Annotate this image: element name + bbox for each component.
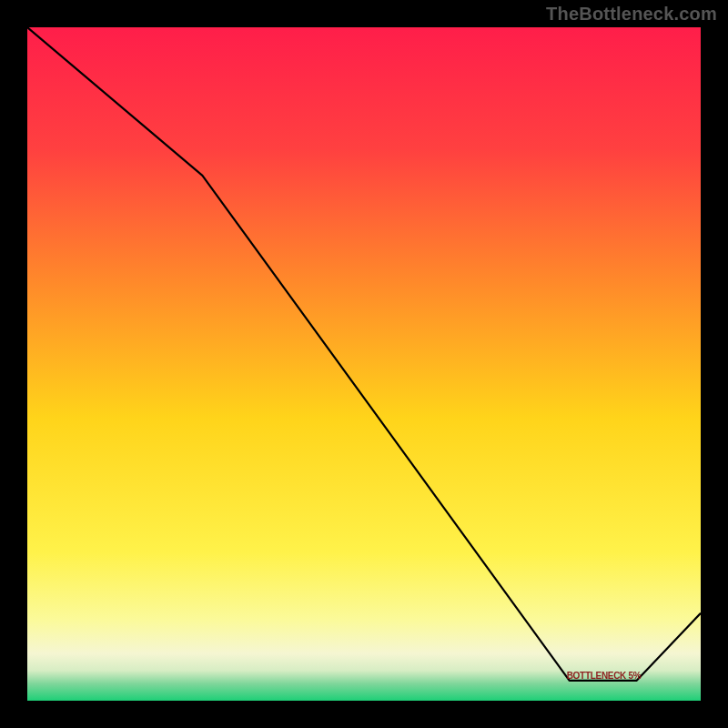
chart-frame: TheBottleneck.com BOTTLENECK 5% [0, 0, 728, 728]
bottleneck-annotation: BOTTLENECK 5% [567, 671, 642, 681]
plot-background [27, 27, 701, 701]
plot-svg [27, 27, 701, 701]
watermark-text: TheBottleneck.com [546, 4, 717, 25]
plot-area: BOTTLENECK 5% [27, 27, 701, 701]
